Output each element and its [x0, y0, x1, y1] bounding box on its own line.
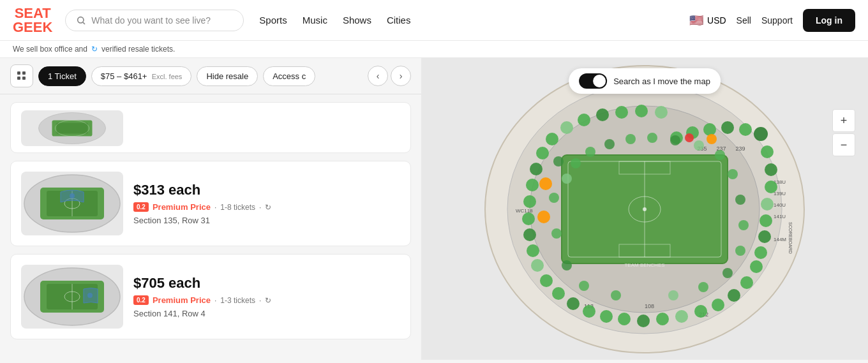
svg-text:108: 108	[645, 303, 654, 309]
prev-filter-button[interactable]: ‹	[368, 66, 388, 86]
logo-text: SEATGEEK	[13, 6, 52, 34]
svg-point-15	[70, 193, 75, 198]
svg-point-54	[765, 181, 777, 193]
ticket-card-1[interactable]: $313 each 0.2 Premium Price · 1-8 ticket…	[10, 161, 411, 246]
next-filter-button[interactable]: ›	[391, 66, 411, 86]
availability-2: 1-3 tickets	[220, 296, 255, 305]
ticket-count-filter[interactable]: 1 Ticket	[38, 66, 86, 86]
login-button[interactable]: Log in	[803, 9, 855, 32]
svg-point-96	[579, 281, 589, 291]
ticket-info-2: $705 each 0.2 Premium Price · 1-3 ticket…	[133, 275, 400, 318]
svg-point-100	[722, 268, 733, 278]
price-filter[interactable]: $75 – $461+ Excl. fees	[91, 66, 192, 86]
grid-icon	[17, 71, 27, 81]
ticket-card-2[interactable]: $705 each 0.2 Premium Price · 1-3 ticket…	[10, 254, 411, 339]
svg-point-108	[647, 133, 657, 143]
svg-line-1	[83, 22, 85, 24]
mini-stadium-svg	[21, 110, 123, 146]
svg-point-88	[539, 177, 552, 190]
stadium-svg-2	[21, 265, 123, 329]
svg-point-95	[562, 260, 572, 270]
grid-view-button[interactable]	[10, 64, 33, 87]
svg-point-76	[522, 212, 535, 225]
svg-point-86	[635, 105, 648, 117]
subheader-text1: We sell box office and	[13, 45, 87, 54]
svg-rect-2	[17, 71, 20, 75]
svg-point-58	[754, 246, 767, 259]
nav-music[interactable]: Music	[303, 15, 327, 26]
svg-point-73	[531, 259, 544, 272]
svg-point-74	[527, 244, 539, 257]
ticket-badges-2: 0.2 Premium Price · 1-3 tickets · ↻	[133, 295, 400, 305]
svg-point-52	[761, 145, 774, 158]
verified-icon: ↻	[91, 45, 98, 54]
venue-thumbnail-2	[21, 265, 123, 329]
svg-point-110	[604, 139, 615, 149]
svg-text:144M: 144M	[774, 237, 786, 242]
logo[interactable]: SEATGEEK	[13, 6, 52, 34]
ticket-section-1: Section 135, Row 31	[133, 216, 400, 225]
hide-resale-filter[interactable]: Hide resale	[197, 66, 258, 86]
zoom-controls: + −	[832, 109, 855, 156]
svg-point-66	[637, 315, 650, 327]
svg-text:141U: 141U	[774, 214, 786, 219]
nav-sports[interactable]: Sports	[259, 15, 287, 26]
svg-point-113	[562, 174, 572, 184]
map-panel: Search as I move the map + −	[421, 58, 868, 360]
svg-point-81	[546, 133, 558, 145]
currency-selector[interactable]: 🇺🇸 USD	[689, 13, 726, 27]
main-layout: 1 Ticket $75 – $461+ Excl. fees Hide res…	[0, 58, 868, 360]
access-filter[interactable]: Access c	[263, 66, 315, 86]
svg-point-105	[715, 150, 725, 160]
stadium-full-svg: TEAM BENCHES 235 237 239 138U 139U 140U …	[472, 58, 817, 360]
sell-button[interactable]: Sell	[737, 15, 751, 26]
svg-point-63	[694, 305, 707, 318]
svg-point-79	[530, 163, 542, 175]
venue-thumbnail-1	[21, 172, 123, 235]
svg-point-89	[537, 211, 550, 223]
svg-point-49	[721, 121, 734, 134]
svg-point-21	[87, 293, 93, 298]
dot-separator-4: ·	[259, 296, 261, 305]
svg-point-103	[735, 195, 745, 205]
svg-point-59	[750, 260, 763, 273]
svg-point-68	[600, 310, 613, 323]
svg-point-98	[668, 290, 678, 300]
search-bar[interactable]: What do you want to see live?	[65, 10, 244, 31]
svg-point-70	[567, 297, 580, 310]
svg-point-93	[549, 193, 559, 203]
svg-rect-5	[22, 77, 26, 80]
nav-shows[interactable]: Shows	[343, 15, 371, 26]
svg-point-102	[738, 220, 749, 230]
ticket-section-2: Section 141, Row 4	[133, 309, 400, 318]
availability-1: 1-8 tickets	[220, 203, 255, 212]
svg-text:SCOREBOARD: SCOREBOARD	[788, 222, 793, 254]
svg-point-60	[740, 276, 753, 289]
ticket-info-1: $313 each 0.2 Premium Price · 1-8 ticket…	[133, 182, 400, 225]
ticket-price-2: $705 each	[133, 275, 400, 292]
map-search-toggle[interactable]	[579, 73, 607, 89]
zoom-in-button[interactable]: +	[832, 109, 855, 132]
svg-point-85	[615, 106, 628, 119]
svg-point-71	[552, 287, 565, 300]
svg-point-53	[765, 163, 777, 176]
svg-rect-3	[22, 71, 26, 75]
zoom-out-button[interactable]: −	[832, 133, 855, 156]
svg-point-56	[760, 214, 772, 227]
svg-point-94	[551, 228, 562, 239]
svg-point-107	[670, 135, 680, 145]
svg-point-82	[560, 121, 573, 134]
support-button[interactable]: Support	[761, 15, 793, 26]
left-panel: 1 Ticket $75 – $461+ Excl. fees Hide res…	[0, 58, 421, 360]
svg-text:TEAM BENCHES: TEAM BENCHES	[624, 262, 664, 268]
svg-point-62	[712, 299, 724, 311]
svg-point-91	[685, 133, 694, 142]
svg-point-78	[526, 179, 539, 191]
svg-point-75	[523, 228, 536, 241]
svg-point-90	[707, 134, 717, 144]
flag-icon: 🇺🇸	[689, 13, 703, 27]
svg-text:139U: 139U	[774, 191, 786, 196]
partial-ticket-card[interactable]	[10, 102, 411, 153]
nav-cities[interactable]: Cities	[387, 15, 411, 26]
svg-point-67	[618, 313, 631, 325]
